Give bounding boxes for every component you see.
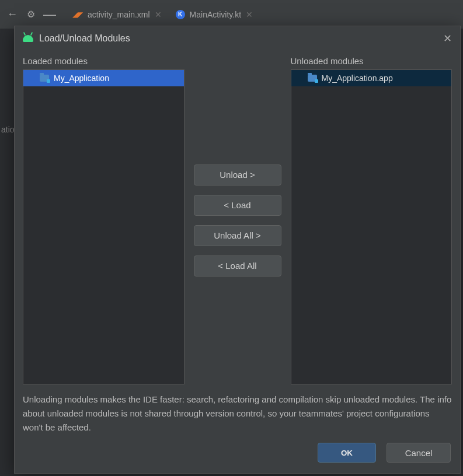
help-text: Unloading modules makes the IDE faster: … — [23, 393, 452, 435]
dialog-header: Load/Unload Modules ✕ — [15, 26, 460, 50]
module-panes: Loaded modules My_Application Unload > <… — [23, 56, 452, 384]
back-icon[interactable]: ← — [5, 7, 20, 22]
tab-mainactivity-kt[interactable]: K MainActivity.kt ✕ — [169, 0, 260, 29]
editor-tabs: ◢◤ activity_main.xml ✕ K MainActivity.kt… — [65, 0, 260, 29]
module-folder-icon — [308, 75, 317, 82]
settings-icon[interactable]: ⚙ — [23, 7, 39, 22]
dialog-title: Load/Unload Modules — [23, 33, 130, 44]
truncated-side-label: atio — [0, 123, 16, 136]
xml-file-icon: ◢◤ — [72, 10, 83, 19]
cancel-button[interactable]: Cancel — [387, 443, 451, 463]
loaded-modules-list[interactable]: My_Application — [23, 69, 184, 384]
tab-activity-main-xml[interactable]: ◢◤ activity_main.xml ✕ — [65, 0, 169, 29]
unloaded-modules-label: Unloaded modules — [291, 56, 452, 66]
unloaded-modules-pane: Unloaded modules My_Application.app — [291, 56, 452, 384]
list-item[interactable]: My_Application — [23, 70, 184, 86]
list-item-label: My_Application.app — [322, 74, 393, 83]
android-icon — [23, 35, 33, 42]
transfer-controls: Unload > < Load Unload All > < Load All — [194, 56, 281, 384]
dialog-title-text: Load/Unload Modules — [39, 33, 130, 44]
close-icon[interactable]: ✕ — [246, 10, 253, 19]
load-all-button[interactable]: < Load All — [194, 256, 281, 276]
load-unload-modules-dialog: Load/Unload Modules ✕ Loaded modules My_… — [14, 26, 461, 474]
tab-label: activity_main.xml — [88, 10, 150, 19]
loaded-modules-pane: Loaded modules My_Application — [23, 56, 184, 384]
close-icon[interactable]: ✕ — [155, 10, 162, 19]
module-folder-icon — [40, 75, 49, 82]
dialog-body: Loaded modules My_Application Unload > <… — [15, 50, 460, 435]
list-item[interactable]: My_Application.app — [291, 70, 452, 86]
close-dialog-button[interactable]: ✕ — [443, 32, 452, 45]
unload-all-button[interactable]: Unload All > — [194, 225, 281, 246]
unloaded-modules-list[interactable]: My_Application.app — [291, 69, 452, 384]
tab-label: MainActivity.kt — [190, 10, 241, 19]
loaded-modules-label: Loaded modules — [23, 56, 184, 66]
list-item-label: My_Application — [54, 74, 109, 83]
minimize-icon[interactable]: — — [42, 7, 57, 22]
load-button[interactable]: < Load — [194, 195, 281, 216]
dialog-footer: OK Cancel — [15, 435, 460, 473]
unload-button[interactable]: Unload > — [194, 164, 281, 186]
top-toolbar: ← ⚙ — ◢◤ activity_main.xml ✕ K MainActiv… — [0, 0, 463, 29]
ok-button[interactable]: OK — [318, 443, 376, 463]
kotlin-file-icon: K — [176, 10, 185, 19]
